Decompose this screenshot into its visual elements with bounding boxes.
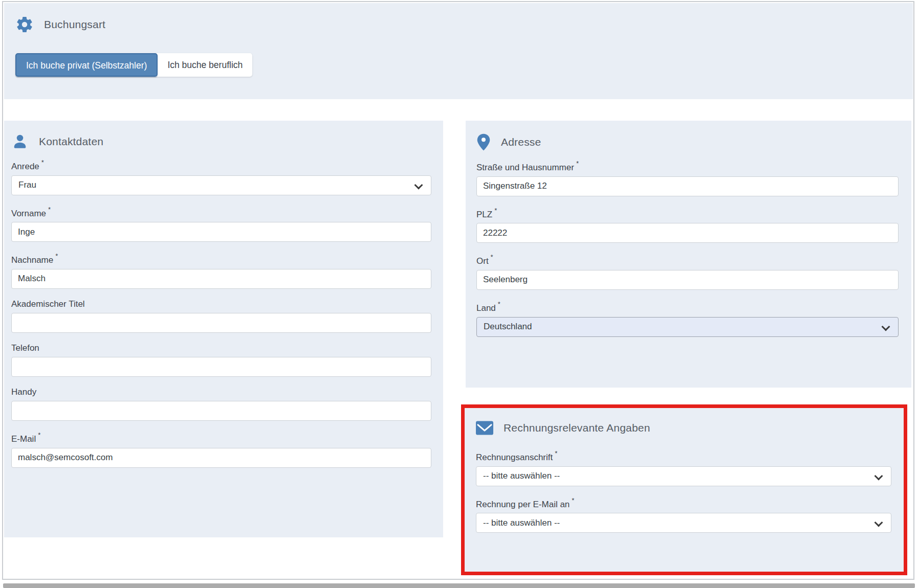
field-rechnungsanschrift: Rechnungsanschrift* -- bitte auswählen -… — [476, 449, 891, 486]
handy-input[interactable] — [11, 401, 431, 421]
email-input[interactable] — [11, 448, 431, 468]
section-title-kontaktdaten: Kontaktdaten — [39, 135, 103, 148]
booking-type-header: Buchungsart — [4, 3, 913, 34]
telefon-input[interactable] — [11, 357, 431, 377]
field-email: E-Mail* — [11, 431, 431, 468]
strasse-input[interactable] — [476, 176, 899, 196]
section-title-rechnungsrelevante-angaben: Rechnungsrelevante Angaben — [504, 422, 650, 434]
contact-panel: Kontaktdaten Anrede* Frau Vorname* Nachn… — [4, 121, 443, 537]
person-icon — [11, 133, 29, 150]
page-frame: Buchungsart Ich buche privat (Selbstzahl… — [2, 1, 914, 580]
booking-business-button[interactable]: Ich buche beruflich — [158, 53, 252, 77]
address-fields: Straße und Hausnummer* PLZ* Ort* Land* — [476, 160, 899, 337]
select-value: -- bitte auswählen -- — [483, 471, 560, 481]
right-column: Adresse Straße und Hausnummer* PLZ* Ort* — [466, 121, 911, 575]
required-marker: * — [491, 253, 493, 261]
field-strasse: Straße und Hausnummer* — [476, 160, 899, 196]
select-value: Deutschland — [484, 322, 532, 332]
contact-fields: Anrede* Frau Vorname* Nachname* Akademis… — [11, 159, 431, 468]
section-title-adresse: Adresse — [501, 136, 541, 148]
select-value: -- bitte auswählen -- — [483, 518, 560, 528]
address-panel: Adresse Straße und Hausnummer* PLZ* Ort* — [466, 121, 911, 388]
field-anrede: Anrede* Frau — [11, 159, 431, 195]
section-title-buchungsart: Buchungsart — [44, 18, 105, 31]
vorname-input[interactable] — [11, 222, 431, 242]
field-vorname: Vorname* — [11, 206, 431, 242]
required-marker: * — [555, 449, 557, 457]
field-land: Land* Deutschland — [476, 300, 899, 337]
required-marker: * — [55, 252, 58, 260]
field-label: E-Mail* — [11, 431, 431, 444]
contact-header: Kontaktdaten — [11, 133, 431, 150]
required-marker: * — [494, 207, 497, 214]
field-ort: Ort* — [476, 253, 899, 290]
field-nachname: Nachname* — [11, 252, 431, 289]
required-marker: * — [48, 206, 51, 213]
address-header: Adresse — [476, 133, 899, 151]
land-select[interactable]: Deutschland — [476, 317, 899, 337]
billing-header: Rechnungsrelevante Angaben — [476, 421, 891, 435]
chevron-down-icon — [882, 322, 890, 331]
billing-panel: Rechnungsrelevante Angaben Rechnungsansc… — [465, 408, 904, 572]
field-akademischer-titel: Akademischer Titel — [11, 299, 431, 333]
booking-type-section: Buchungsart Ich buche privat (Selbstzahl… — [4, 3, 913, 99]
field-label: Rechnung per E-Mail an* — [476, 496, 891, 510]
field-handy: Handy — [11, 387, 431, 421]
field-telefon: Telefon — [11, 343, 431, 377]
rechnung-email-select[interactable]: -- bitte auswählen -- — [476, 513, 891, 533]
field-label: Land* — [476, 300, 899, 313]
gear-icon — [15, 15, 34, 34]
form-columns: Kontaktdaten Anrede* Frau Vorname* Nachn… — [4, 121, 911, 575]
required-marker: * — [38, 431, 40, 439]
field-label: Akademischer Titel — [11, 299, 431, 309]
field-label: Rechnungsanschrift* — [476, 449, 891, 463]
field-label: Handy — [11, 387, 431, 397]
booking-type-toggle: Ich buche privat (Selbstzahler) Ich buch… — [15, 53, 252, 77]
ort-input[interactable] — [476, 270, 899, 290]
anrede-select[interactable]: Frau — [11, 175, 431, 195]
chevron-down-icon — [875, 518, 883, 527]
field-label: Ort* — [476, 253, 899, 266]
required-marker: * — [41, 159, 44, 166]
nachname-input[interactable] — [11, 269, 431, 289]
billing-fields: Rechnungsanschrift* -- bitte auswählen -… — [476, 449, 891, 533]
window-bottom-edge — [3, 583, 915, 588]
envelope-icon — [476, 421, 493, 435]
field-label: Nachname* — [11, 252, 431, 265]
chevron-down-icon — [414, 180, 423, 189]
highlight-annotation: Rechnungsrelevante Angaben Rechnungsansc… — [461, 404, 907, 575]
map-pin-icon — [476, 133, 491, 151]
akademischer-titel-input[interactable] — [11, 313, 431, 333]
chevron-down-icon — [875, 471, 883, 480]
field-label: Vorname* — [11, 206, 431, 219]
field-label: Telefon — [11, 343, 431, 353]
required-marker: * — [498, 300, 500, 308]
select-value: Frau — [18, 180, 36, 190]
rechnungsanschrift-select[interactable]: -- bitte auswählen -- — [476, 466, 891, 486]
required-marker: * — [576, 160, 579, 167]
field-plz: PLZ* — [476, 207, 899, 243]
field-label: Anrede* — [11, 159, 431, 172]
field-label: Straße und Hausnummer* — [476, 160, 899, 173]
plz-input[interactable] — [476, 223, 899, 243]
booking-private-button[interactable]: Ich buche privat (Selbstzahler) — [15, 53, 158, 77]
field-label: PLZ* — [476, 207, 899, 220]
field-rechnung-per-email: Rechnung per E-Mail an* -- bitte auswähl… — [476, 496, 891, 533]
required-marker: * — [572, 496, 574, 504]
